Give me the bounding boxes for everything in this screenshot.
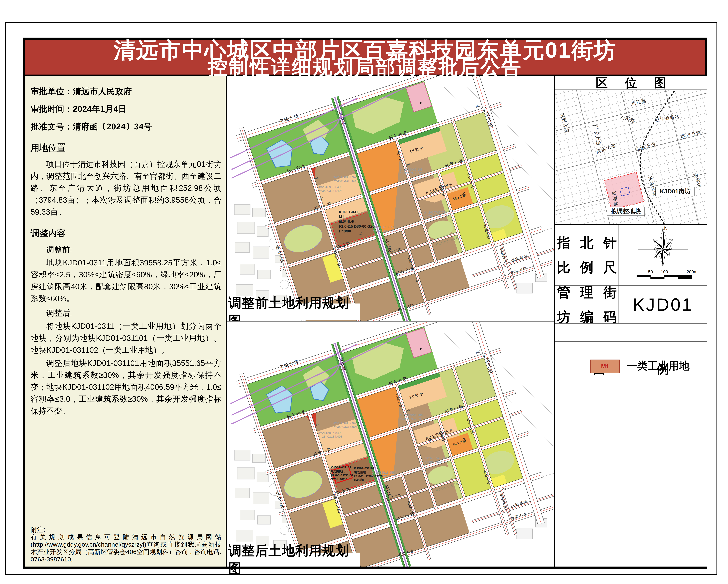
map-shape	[235, 242, 250, 253]
location-map: 北江路人民路燕湖新城站广清大道城西大道清远大道湖城大道燕河北路凤翔大道清辉路富强…	[555, 89, 707, 225]
map-shape	[234, 205, 250, 215]
coordinate-label: X=2616062.188Y=38403426.976	[400, 414, 424, 421]
legend-area: M1 一类工业用地	[555, 341, 707, 530]
map-shape	[237, 222, 255, 234]
map-shape: M1	[339, 215, 344, 219]
compass-cell: N50100200m	[619, 225, 707, 285]
before-body: 地块KJD01-0311用地面积39558.25平方米，1.0≤容积率≤2.5，…	[31, 257, 221, 304]
scale-bar-segment	[651, 277, 665, 279]
map-caption-before: 调整前土地利用规划图	[227, 303, 360, 320]
side-panel: 区 位 图 北江路人民路燕湖新城站广清大道城西大道清远大道湖城大道燕河北路凤翔大…	[553, 76, 707, 566]
map-shape	[240, 510, 255, 520]
footnote-title: 附注:	[31, 526, 221, 533]
before-label: 调整前:	[31, 243, 221, 256]
coordinate-label: X=2615747.583Y=38403535.773	[424, 456, 449, 463]
scale-bar-segment	[665, 275, 692, 277]
legend-swatch-code: M1	[601, 363, 609, 370]
scale-tick: 50	[648, 269, 653, 274]
title-banner: 清远市中心城区中部片区百嘉科技园东单元01街坊 控制性详细规划局部调整批后公告	[25, 39, 705, 76]
scale-bar-segment	[651, 275, 665, 277]
map-shape: Y=38403134.493	[318, 435, 342, 438]
map-shape: X=2615618.255	[372, 225, 395, 229]
map-shape: X=2615915.549	[318, 431, 341, 434]
scale-bar-segment	[665, 277, 678, 279]
map-shape: Y=38403273.777	[372, 229, 396, 233]
section-location-title: 用地位置	[31, 142, 221, 154]
approval-unit: 审批单位：清远市人民政府	[31, 86, 221, 97]
map-shape	[253, 454, 265, 462]
map-shape: KJD01-0311	[339, 210, 360, 214]
approval-doc: 批准文号：清府函〔2024〕34号	[31, 121, 221, 132]
block-code-row: 管 理 街 坊 编 码 KJD01	[555, 286, 707, 323]
map-shape: X=2616005.394	[333, 175, 356, 179]
map-shape: X=2616005.394	[333, 421, 356, 425]
north-label: N	[664, 225, 668, 231]
scale-bar-segment	[637, 277, 651, 279]
maps-divider	[227, 321, 553, 322]
legend-swatch-m1: M1	[590, 360, 620, 373]
map-shape: Y=38403426.976	[400, 417, 424, 421]
map-shape: Y=38403535.773	[424, 214, 449, 218]
map-shape: Y=38403313.693	[333, 179, 358, 183]
map-shape: Y=38403134.493	[318, 189, 342, 192]
scale-bar-segment	[637, 275, 651, 277]
map-root: 湖城大道创兴六路创兴六路振华一路振华一路创兴五路瓦窑二街创兴大道德宝东路德宝东路…	[227, 76, 553, 321]
compass-row: 指 北 针 比 例 尺 N50100200m	[555, 225, 707, 285]
map-shape: X=2615618.255	[372, 471, 395, 474]
maps-column: 湖城大道创兴六路创兴六路振华一路振华一路创兴五路瓦窑二街创兴大道德宝东路德宝东路…	[227, 76, 553, 566]
info-panel: 审批单位：清远市人民政府 审批时间：2024年1月4日 批准文号：清府函〔202…	[25, 76, 227, 566]
map-shape	[258, 270, 270, 279]
map-shape: G20 H40/80	[331, 477, 347, 481]
map-shape	[253, 208, 265, 217]
coordinate-label: X=2615747.583Y=38403535.773	[424, 211, 449, 218]
north-arrow-scale: N50100200m	[619, 225, 707, 285]
map-shape: Y=38403426.976	[400, 171, 424, 175]
map-root: 湖城大道创兴六路创兴六路振华一路振华一路创兴五路瓦窑二街创兴大道德宝东路德宝东路…	[227, 322, 553, 566]
map-shape: X=2615747.583	[424, 456, 447, 460]
section-adjust-title: 调整内容	[31, 228, 221, 239]
locmap-box-label: 拟调整地块	[610, 208, 641, 215]
map-shape	[240, 264, 255, 274]
notice-frame: 清远市中心城区中部片区百嘉科技园东单元01街坊 控制性详细规划局部调整批后公告 …	[23, 37, 707, 568]
map-shape: Y=38403535.773	[424, 460, 449, 463]
map-shape: Y=38403313.693	[333, 425, 358, 428]
map-shape	[237, 468, 255, 479]
block-code-label-2: 坊 编 码	[557, 305, 617, 329]
row-divider	[555, 323, 707, 324]
map-shape: 规划用地：	[331, 470, 346, 473]
map-shape	[258, 515, 270, 524]
landuse-map-after: 湖城大道创兴六路创兴六路振华一路振华一路创兴五路瓦窑二街创兴大道德宝东路德宝东路…	[227, 322, 553, 566]
coordinate-label: X=2615915.549Y=38403134.493	[318, 431, 342, 438]
page: { "header": { "title_line1": "清远市中心城区中部片…	[0, 0, 728, 584]
map-shape: X=2615915.549	[318, 185, 341, 189]
map-shape: H40/80	[339, 229, 351, 233]
block-code-cell: KJD01	[619, 286, 707, 323]
block-code-label-1: 管 理 街	[557, 280, 617, 305]
coordinate-label: X=2616005.394Y=38403313.693	[333, 175, 358, 183]
map-shape	[235, 488, 250, 498]
coordinate-label: X=2615915.549Y=38403134.493	[318, 185, 342, 192]
compass-row-label: 指 北 针 比 例 尺	[555, 225, 619, 285]
after-body-1: 将地块KJD01-0311（一类工业用地）划分为两个地块，分别为地块KJD01-…	[31, 320, 221, 356]
map-shape: 规划用地：	[339, 219, 358, 223]
map-shape	[234, 450, 250, 460]
approval-time: 审批时间：2024年1月4日	[31, 104, 221, 115]
map-shape: 规划用地：	[354, 471, 369, 474]
map-shape: F1.0-2.5 D30-60 G20	[354, 474, 383, 478]
block-code-label: 管 理 街 坊 编 码	[555, 286, 619, 323]
compass-label-1: 指 北 针	[557, 231, 617, 255]
map-shape: X=2616062.188	[400, 168, 423, 171]
map-shape: H40/80	[354, 478, 364, 482]
map-shape: X=2615747.583	[424, 211, 447, 214]
coordinate-label: X=2616005.394Y=38403313.693	[333, 421, 358, 428]
after-label: 调整后:	[31, 307, 221, 319]
map-shape: X=2616062.188	[400, 414, 423, 417]
map-shape: KJD01-031102	[331, 466, 351, 469]
map-shape: F1.0-3.0 D30-60	[331, 474, 353, 477]
coordinate-label: X=2615618.255Y=38403273.777	[372, 225, 396, 233]
block-code-value: KJD01	[633, 294, 693, 315]
compass-label-2: 比 例 尺	[557, 255, 617, 280]
map-shape	[236, 530, 253, 542]
map-shape	[517, 283, 532, 293]
location-map-title: 区 位 图	[555, 76, 707, 89]
